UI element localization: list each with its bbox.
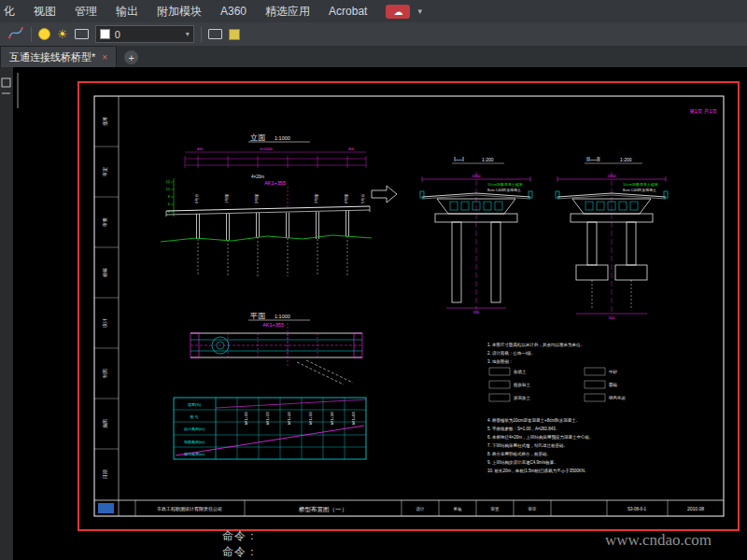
close-icon[interactable]: × xyxy=(102,52,107,63)
company-name: 市政工程勘测设计有限责任公司 xyxy=(157,506,222,512)
command-prompt-history[interactable]: 命令： xyxy=(222,528,259,544)
tab-active-drawing[interactable]: 互通连接线桥桥型* × xyxy=(0,46,117,67)
dim-text: 4×2000 xyxy=(260,147,273,151)
deck-dim: 2250 xyxy=(472,174,482,178)
note-line: 9. 上部结构按设计流速C4.9m/s验算。 xyxy=(487,459,558,466)
margin-label: 校核 xyxy=(102,268,107,278)
elevation-station: AK1+355 xyxy=(264,180,286,186)
menu-item-a360[interactable]: A360 xyxy=(220,5,247,18)
chevron-down-icon: ▾ xyxy=(186,30,190,38)
layer-value: 0 xyxy=(115,29,120,40)
legend-label: 中砂 xyxy=(609,370,618,374)
station-label: AK1+380 xyxy=(331,412,334,426)
section1-title: I—I xyxy=(454,156,464,162)
drawing-title: 桥型布置图（一） xyxy=(298,506,347,513)
watermark-text: www.cndao.com xyxy=(605,531,712,550)
margin-label: 审定 xyxy=(102,167,108,176)
surfacing-note-2: 8cm C40防水混凝土 xyxy=(623,188,656,192)
surfacing-note-2: 8cm C40防水混凝土 xyxy=(487,188,521,192)
margin-label: 日期 xyxy=(102,469,108,479)
column-dim: 500 xyxy=(473,310,480,315)
station-label: AK1+340 xyxy=(288,412,291,426)
note-line: 10. 桩长20m，单桩(1.5m桩径)承载力不小于3500KN。 xyxy=(487,468,589,473)
margin-label: 描图 xyxy=(102,419,108,428)
column-dim: 500 xyxy=(609,315,615,320)
drawing-date: 2010.08 xyxy=(687,506,704,511)
elevation-scale: 1:1000 xyxy=(275,135,290,141)
pier-label: 5号台 xyxy=(360,194,365,203)
surfacing-note-1: 10cm沥青混凝土铺装 xyxy=(623,182,658,187)
page-label: 第1页 共1页 xyxy=(689,108,717,114)
field-label: 设计 xyxy=(416,506,426,511)
color-swatch xyxy=(100,29,110,39)
station-label: AK1+320 xyxy=(266,412,270,426)
legend-label: 圆砾 xyxy=(609,383,618,387)
margin-label: 审查 xyxy=(102,217,107,227)
section1-scale: 1:200 xyxy=(482,157,494,162)
note-line: 8. 桥台采用肋板式桥台，桩基础。 xyxy=(487,451,551,456)
field-label: 审查 xyxy=(491,507,500,511)
margin-label: 设计 xyxy=(102,318,107,329)
legend-label: 杂填土 xyxy=(514,370,527,374)
spline-tool-icon[interactable] xyxy=(7,25,24,43)
note-line: 6. 本桥跨径4×20m，上部结构采用预应力混凝土空心板。 xyxy=(487,434,593,441)
station-label: AK1+360 xyxy=(309,412,313,426)
pier-label: 0号台 xyxy=(194,194,199,203)
screen-settings-icon[interactable] xyxy=(208,29,222,39)
new-tab-button[interactable]: + xyxy=(124,50,138,64)
dim-text: 400 xyxy=(348,147,355,151)
margin-label: 制图 xyxy=(102,369,108,378)
plan-scale: 1:1000 xyxy=(275,314,290,319)
station-label: AK1+300 xyxy=(245,412,248,426)
station-label: AK1+400 xyxy=(352,412,356,426)
toolbar-separator xyxy=(31,27,32,42)
chevron-down-icon: ▾ xyxy=(417,7,422,16)
plan-station: AK1+355 xyxy=(262,322,284,328)
layers-icon[interactable] xyxy=(229,29,240,40)
note-line: 4. 桥面铺装为10cm沥青混凝土+8cm防水混凝土。 xyxy=(487,417,580,424)
section2-scale: 1:200 xyxy=(620,157,632,162)
note-line: 7. 下部结构采用柱式墩，钻孔灌注桩基础。 xyxy=(487,442,568,449)
table-row-header: 桩 号 xyxy=(190,414,198,419)
menu-bar: 化 视图 管理 输出 附加模块 A360 精选应用 Acrobat ☁ ▾ xyxy=(0,0,747,22)
menu-item-partial[interactable]: 化 xyxy=(4,4,15,20)
menu-item-featured-apps[interactable]: 精选应用 xyxy=(265,4,310,20)
surfacing-note-1: 10cm沥青混凝土铺装 xyxy=(487,182,523,187)
cloud-sync-icon[interactable]: ☁ xyxy=(386,5,410,19)
command-prompt-input[interactable]: 命令： xyxy=(222,544,259,560)
note-line: 2. 设计荷载：公路—Ⅰ级。 xyxy=(487,350,535,356)
toolbar-separator xyxy=(201,27,202,42)
dim-text: 400 xyxy=(197,147,204,151)
table-row-header: 设计高程(m) xyxy=(184,427,205,431)
menu-item-acrobat[interactable]: Acrobat xyxy=(329,5,367,18)
drawing-tab-bar: 互通连接线桥桥型* × + xyxy=(0,46,747,67)
deck-dim: 2250 xyxy=(608,174,617,178)
span-note: 4×20m xyxy=(251,175,264,179)
menu-item-view[interactable]: 视图 xyxy=(34,4,56,20)
legend-label: 强风化岩 xyxy=(609,395,627,400)
field-label: 审定 xyxy=(529,507,538,511)
table-row-header: 坡度(%) xyxy=(187,402,202,407)
display-icon[interactable] xyxy=(75,29,89,39)
layer-color-dropdown[interactable]: 0 ▾ xyxy=(95,25,194,43)
menu-item-addins[interactable]: 附加模块 xyxy=(157,4,202,20)
elev-axis-tick: 10 xyxy=(166,187,171,191)
menu-item-manage[interactable]: 管理 xyxy=(75,4,97,20)
tab-label: 互通连接线桥桥型* xyxy=(9,50,95,64)
legend-label: 淤泥质土 xyxy=(514,395,531,400)
margin-label: 批准 xyxy=(102,117,108,126)
drawing-canvas[interactable]: 批准 审定 审查 校核 设计 制图 描图 日期 第1页 共1页 立面 1:100… xyxy=(0,67,747,560)
toolbar: ☀ 0 ▾ xyxy=(0,22,747,47)
elev-axis-tick: 12 xyxy=(166,179,171,184)
menu-item-output[interactable]: 输出 xyxy=(116,4,138,20)
drawing-number: S3-08-0-1 xyxy=(627,507,647,511)
table-row-header: 地面高程(m) xyxy=(183,440,205,444)
field-label: 复核 xyxy=(454,507,463,511)
company-logo xyxy=(98,503,114,513)
note-line: 1. 本图尺寸除高程以米计外，其余均以厘米为单位。 xyxy=(487,342,585,348)
legend-label: 粉质黏土 xyxy=(514,382,531,388)
note-line: 5. 平曲线参数：S=1.00，A=282.843。 xyxy=(487,427,559,431)
sun-brightness-icon[interactable]: ☀ xyxy=(57,28,68,40)
lightbulb-icon[interactable] xyxy=(38,28,50,40)
section2-title: II—II xyxy=(586,156,600,162)
